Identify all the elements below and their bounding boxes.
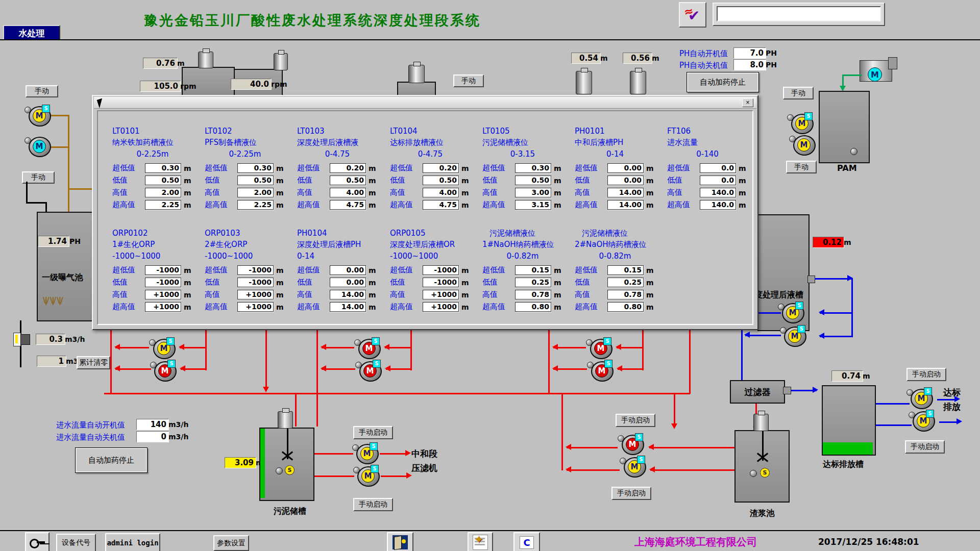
sludge-level-bar	[260, 429, 265, 498]
manual-button-left1[interactable]: 手动	[26, 85, 58, 97]
auto-dosing-stop-button-top[interactable]: 自动加药停止	[687, 72, 759, 92]
flow-rate-value: 0.3	[36, 334, 65, 345]
param-group-orp0105: ORP0105 深度处理后液槽OR -1000~1000 超低值-1000m 低…	[390, 229, 482, 314]
inflow-on-label: 进水流量自动开机值	[56, 420, 125, 430]
mixer2-speed-unit: rpm	[271, 80, 287, 88]
deep-tank-outlet	[807, 276, 815, 283]
manual-button-right2[interactable]: 手动	[786, 161, 817, 173]
transfer-pump-1b[interactable]: MS	[152, 360, 176, 382]
pam-feeder-motor[interactable]: M	[868, 67, 882, 82]
transfer-pump-1a[interactable]: MS	[151, 338, 175, 359]
manual-button-right1[interactable]: 手动	[783, 87, 814, 99]
ph-auto-on-value[interactable]: 7.0	[733, 47, 766, 59]
sludge-pump-1[interactable]: MS	[354, 443, 378, 464]
naoh2-level-value: 0.56	[623, 53, 652, 64]
ph-auto-off-value[interactable]: 8.0	[733, 59, 766, 70]
inflow-off-value[interactable]: 0	[136, 431, 169, 442]
inflow-off-label: 进水流量自动关机值	[56, 433, 125, 442]
auto-dosing-stop-button-bottom[interactable]: 自动加药停止	[75, 447, 148, 473]
discharge-text-1: 达标	[943, 387, 961, 398]
slurry-mixer-motor	[753, 414, 769, 431]
key-icon	[30, 539, 45, 546]
aeration-marks: \|/ \|/ \|/	[43, 296, 62, 305]
param-group-ph0101: PH0101 中和后液槽PH 0-14 超低值0.00m 低值0.00m 高值1…	[575, 127, 667, 212]
discharge-pump-2[interactable]: MS	[911, 410, 934, 432]
tank-discharge	[822, 385, 876, 456]
exit-button[interactable]	[387, 532, 413, 551]
manual-start-sludge-top[interactable]: 手动启动	[353, 426, 393, 439]
sludge-mixer-motor	[278, 411, 293, 429]
dosing-pump-1[interactable]: M S	[27, 105, 50, 127]
alarm-banner-frame	[713, 3, 885, 26]
manual-button-top[interactable]: 手动	[453, 74, 484, 87]
key-button[interactable]	[25, 532, 50, 551]
scada-screen: 豫光金铅玉川厂酸性废水处理系统深度处理段系统 水处理 ≈ ✔ 手动 M S M …	[0, 0, 980, 551]
deep-tank-level-value: 0.12	[813, 237, 844, 248]
manual-start-slurry-top[interactable]: 手动启动	[616, 414, 655, 427]
company-name: 上海海庭环境工程有限公司	[634, 535, 757, 549]
transfer-pump-2b[interactable]: MS	[357, 360, 381, 382]
param-group-lt0105: LT0105 污泥储槽液位 0-3.15 超低值0.30m 低值0.50m 高值…	[482, 127, 574, 212]
naoh2-level-unit: m	[652, 54, 659, 62]
slurry-pump-1[interactable]: MS	[620, 434, 643, 455]
flow-meter-icon	[13, 333, 30, 346]
param-group-lt0103: LT0103 深度处理后液槽液 0-4.75 超低值0.20m 低值0.50m …	[297, 127, 389, 212]
discharge-level-bar	[823, 442, 873, 455]
header-divider	[0, 39, 980, 40]
discharge-text-2: 排放	[943, 401, 961, 413]
manual-start-slurry-bottom[interactable]: 手动启动	[611, 487, 651, 500]
admin-login-button[interactable]: admini login	[105, 533, 160, 551]
mixer1-speed-value: 105.0	[140, 81, 181, 92]
transfer-pump-2a[interactable]: MS	[356, 338, 380, 359]
inflow-on-unit: m3/h	[168, 420, 188, 429]
ack-check-button[interactable]: ≈ ✔	[679, 2, 706, 28]
pam-label: PAM	[837, 163, 857, 173]
ph-auto-on-unit: PH	[766, 49, 777, 57]
deep-tank-pump-1[interactable]: MS	[780, 302, 803, 323]
param-group-lt0104: LT0104 达标排放槽液位 0-4.75 超低值0.20m 低值0.50m 高…	[390, 127, 482, 212]
pam-pump-1[interactable]: M S	[789, 113, 813, 134]
dialog-close-button[interactable]: ×	[742, 98, 753, 107]
tab-water-treatment[interactable]: 水处理	[3, 25, 60, 40]
sludge-pump-2[interactable]: MS	[355, 465, 379, 487]
press-label-1: 中和段	[411, 448, 437, 460]
naoh-mixer-motor-1	[576, 71, 592, 94]
tank-slurry: S	[734, 430, 790, 503]
slurry-pump-2[interactable]: MS	[622, 456, 645, 478]
ph-auto-on-label: PH自动开机值	[679, 49, 728, 59]
tank-sludge-storage: S	[259, 428, 314, 501]
manual-start-discharge-top[interactable]: 手动启动	[906, 368, 946, 381]
transfer-pump-3a[interactable]: MS	[588, 338, 611, 359]
manual-start-discharge-bottom[interactable]: 手动启动	[905, 440, 945, 454]
param-settings-button[interactable]: 参数设置	[213, 535, 249, 551]
filter-label: 过滤器	[745, 386, 771, 398]
taskbar-divider	[0, 530, 980, 531]
reset-total-button[interactable]: 累计清零	[77, 356, 110, 369]
param-group-ft106: FT106 进水流量 0-140 超低值0.0m 低值0.0m 高值140.0m…	[667, 127, 759, 212]
device-code-button[interactable]: 设备代号	[56, 534, 96, 551]
dialog-titlebar[interactable]: ×	[94, 97, 756, 109]
dosing-pump-2[interactable]: M	[27, 136, 50, 157]
tank-slurry-label: 渣浆池	[750, 508, 774, 519]
manual-start-sludge-bottom[interactable]: 手动启动	[353, 498, 393, 511]
flow-total-value: 1	[37, 356, 66, 367]
pam-pump-2[interactable]: M	[791, 134, 815, 156]
tank-primary-aeration-label: 一级曝气池	[42, 272, 83, 283]
copyright-button[interactable]: C	[513, 532, 540, 551]
discharge-level-value: 0.74	[831, 370, 863, 382]
transfer-pump-3b[interactable]: MS	[589, 360, 612, 382]
print-button[interactable]: ✦	[468, 532, 493, 551]
mixer-motor-2	[274, 53, 288, 70]
param-group-naoh1: 污泥储槽液位 1#NaOH纳药槽液位 0-0.82m 超低值0.15m 低值0.…	[482, 229, 574, 314]
copyright-c-icon: C	[520, 536, 533, 549]
param-group-lt0102: LT0102 PFS制备槽液位 0-2.25m 超低值0.30m 低值0.50m…	[205, 127, 297, 212]
pam-tank-ball	[850, 148, 857, 155]
mixer-motor-3	[408, 65, 425, 83]
datetime: 2017/12/25 16:48:01	[818, 537, 919, 547]
discharge-level-unit: m	[863, 372, 870, 380]
sludge-level-value: 3.09	[225, 457, 256, 468]
discharge-pump-1[interactable]: MS	[909, 388, 932, 409]
deep-tank-pump-2[interactable]: MS	[782, 325, 805, 347]
inflow-on-value[interactable]: 140	[136, 419, 169, 430]
press-label-2: 压滤机	[411, 462, 437, 474]
